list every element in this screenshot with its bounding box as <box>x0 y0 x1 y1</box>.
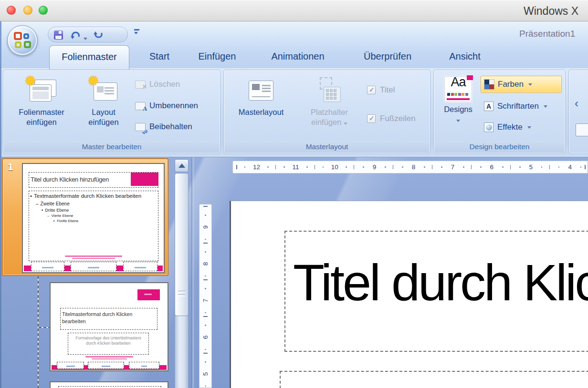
mac-titlebar: Windows X <box>0 0 588 21</box>
redo-button[interactable] <box>92 30 105 41</box>
tab-ansicht[interactable]: Ansicht <box>440 45 490 68</box>
group-master-bearbeiten: Folienmaster einfügen Layout einfügen <box>3 70 220 154</box>
horizontal-ruler: 12 11 10 9 8 7 6 5 4 <box>232 161 588 174</box>
thumbnail-scrollbar-track[interactable] <box>175 316 189 388</box>
thumbnail-slide-master[interactable]: 1 Titel durch Klicken hinzufügen •Textma… <box>2 158 168 276</box>
subtitle-placeholder: Formatvorlage des Untertitelmasters durc… <box>68 333 149 355</box>
theme-accent-shape <box>131 173 158 186</box>
tab-start[interactable]: Start <box>137 45 181 68</box>
group-partial-right: ‹ <box>568 70 588 154</box>
window-title: Windows X <box>524 5 578 18</box>
close-window-button[interactable] <box>7 6 16 15</box>
theme-effects-icon <box>484 123 494 132</box>
insert-slide-master-button[interactable]: Folienmaster einfügen <box>8 74 75 127</box>
undo-icon <box>70 31 81 40</box>
group-label: Master bearbeiten <box>4 141 220 153</box>
undo-dropdown[interactable] <box>84 33 88 38</box>
title-placeholder <box>58 386 161 388</box>
pane-divider[interactable] <box>191 157 195 388</box>
zoom-window-button[interactable] <box>39 6 48 15</box>
themes-button[interactable]: Aa Designs <box>438 74 479 124</box>
ribbon: Folienmaster einfügen Layout einfügen <box>0 68 588 157</box>
vertical-ruler: 9 8 7 6 5 <box>199 204 212 388</box>
layout-tree-connector <box>39 327 50 328</box>
preserve-icon <box>135 123 146 131</box>
ribbon-tabs: Folienmaster Start Einfügen Animationen … <box>0 45 588 68</box>
window-frame-edge <box>0 21 1 388</box>
themes-icon: Aa <box>444 76 472 102</box>
title-placeholder-text: Titel durch Klicken hinzufügen <box>293 253 588 313</box>
insert-placeholder-icon <box>316 77 343 104</box>
footer-placeholder <box>71 262 116 271</box>
rename-master-button[interactable]: A Umbenennen <box>135 98 198 113</box>
theme-colors-button[interactable]: Farben <box>481 76 562 93</box>
office-button[interactable] <box>7 25 38 56</box>
triangle-up-icon <box>178 163 185 168</box>
insert-slide-master-icon <box>26 77 57 104</box>
customize-qat-icon <box>134 29 139 31</box>
footer-placeholder <box>88 362 124 369</box>
workspace: 1 Titel durch Klicken hinzufügen •Textma… <box>0 157 588 388</box>
title-placeholder[interactable]: Titel durch Klicken hinzufügen <box>284 231 588 352</box>
footer-checkbox[interactable]: Fußzeilen <box>367 114 416 123</box>
insert-layout-button[interactable]: Layout einfügen <box>76 74 131 127</box>
slide-number: 1 <box>8 161 13 173</box>
group-label: Masterlayout <box>224 141 430 153</box>
chevron-down-icon <box>527 126 531 129</box>
rename-icon: A <box>135 102 146 110</box>
redo-icon <box>93 31 104 40</box>
thumbnail-scrollbar-thumb[interactable] <box>175 173 189 316</box>
chevron-down-icon <box>544 105 547 108</box>
decorative-text <box>144 294 152 295</box>
chevron-down-icon <box>528 83 532 86</box>
office-logo-icon <box>14 32 22 40</box>
tab-einfuegen[interactable]: Einfügen <box>190 45 244 68</box>
theme-fonts-button[interactable]: A Schriftarten <box>481 98 562 115</box>
body-placeholder-text: Textmasterformate durch Klicken bearbeit… <box>314 384 588 388</box>
slidenumber-placeholder <box>129 362 159 369</box>
body-placeholder[interactable]: Textmasterformate durch Klicken bearbeit… <box>280 371 588 388</box>
body-placeholder: •Textmasterformate durch Klicken bearbei… <box>29 191 158 261</box>
master-layout-icon <box>249 81 273 101</box>
layout-tree-connector <box>38 276 39 388</box>
tab-ueberpruefen[interactable]: Überprüfen <box>354 45 421 68</box>
decorative-footer-text <box>85 356 133 359</box>
date-placeholder <box>31 262 64 271</box>
theme-colors-icon <box>484 80 494 89</box>
undo-button[interactable] <box>69 30 82 41</box>
group-design-bearbeiten: Aa Designs Farben <box>433 70 566 154</box>
scrollbar-grip-icon <box>178 291 185 297</box>
insert-placeholder-button[interactable]: Platzhalter einfügen <box>295 74 363 127</box>
save-button[interactable] <box>52 30 64 41</box>
tab-animationen[interactable]: Animationen <box>262 45 334 68</box>
minimize-window-button[interactable] <box>23 6 32 15</box>
checkbox-checked-icon <box>367 114 376 123</box>
decorative-footer-text <box>65 255 122 259</box>
theme-fonts-icon: A <box>484 102 494 111</box>
preserve-master-button[interactable]: Beibehalten <box>135 119 192 134</box>
delete-icon: ✕ <box>135 81 146 89</box>
scroll-up-button[interactable] <box>175 159 189 172</box>
partial-button[interactable] <box>576 123 588 136</box>
title-placeholder: Titelmasterformat durch Klicken bearbeit… <box>60 308 158 330</box>
document-title: Präsentation1 <box>519 29 575 39</box>
customize-qat-button[interactable] <box>133 28 141 38</box>
thumbnail-title-layout[interactable]: Titelmasterformat durch Klicken bearbeit… <box>50 282 168 371</box>
date-placeholder <box>57 362 84 369</box>
tab-folienmaster[interactable]: Folienmaster <box>49 45 129 70</box>
thumbnail-next-layout[interactable] <box>50 381 168 388</box>
screenshot-root: Windows X <box>0 0 588 388</box>
theme-effects-button[interactable]: Effekte <box>481 119 562 136</box>
master-layout-button[interactable]: Masterlayout <box>228 74 294 117</box>
group-masterlayout: Masterlayout Platzhalter einfügen Titel <box>223 70 430 154</box>
chevron-down-icon <box>344 123 347 125</box>
delete-master-button[interactable]: ✕ Löschen <box>135 77 180 92</box>
chevron-left-icon: ‹ <box>575 97 578 110</box>
slide-canvas: Titel durch Klicken hinzufügen Textmaste… <box>230 201 588 388</box>
save-icon <box>54 31 63 40</box>
title-checkbox[interactable]: Titel <box>367 85 395 95</box>
app-header: Präsentation1 Folienmaster Start Einfüge… <box>0 21 588 68</box>
checkbox-checked-icon <box>367 86 376 94</box>
chevron-down-icon <box>456 120 460 122</box>
slidenumber-placeholder <box>123 262 158 271</box>
